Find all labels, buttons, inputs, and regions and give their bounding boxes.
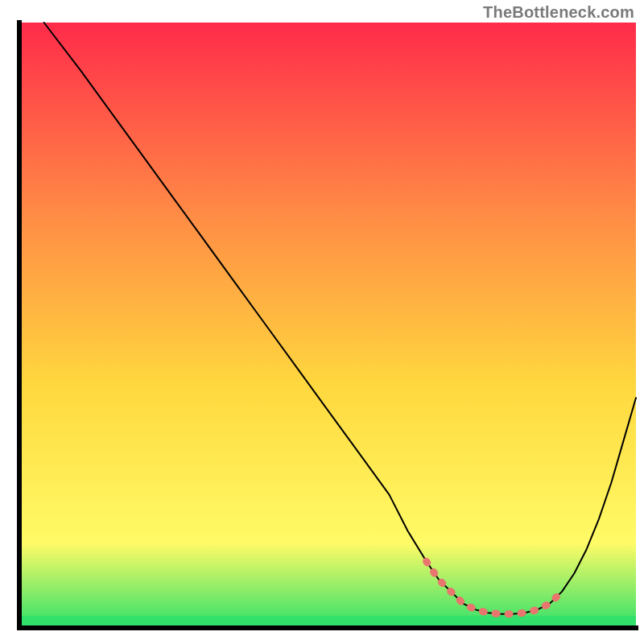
chart-container: TheBottleneck.com [0, 0, 644, 644]
bottleneck-chart [0, 0, 644, 644]
